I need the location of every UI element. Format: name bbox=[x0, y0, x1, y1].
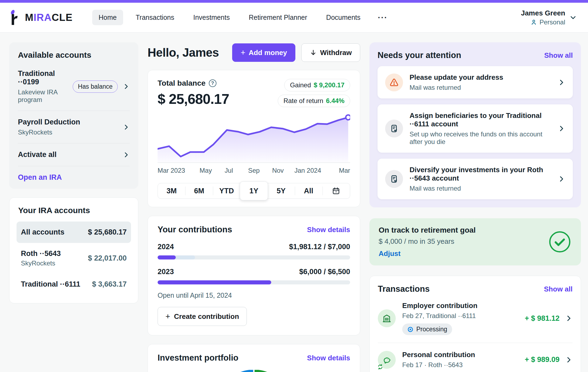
ira-row-subtitle: SkyRockets bbox=[21, 259, 61, 267]
transaction-amount: + $ 989.09 bbox=[525, 355, 560, 364]
ira-row-roth-5643[interactable]: Roth ··5643 SkyRockets $ 22,017.00 bbox=[17, 243, 131, 274]
transaction-row-employer-contribution[interactable]: Employer contribution Feb 27, Traditiona… bbox=[378, 294, 573, 343]
contrib-progressbar-2023 bbox=[158, 280, 350, 284]
range-6m[interactable]: 6M bbox=[185, 183, 213, 198]
x-tick: Nov bbox=[272, 167, 284, 174]
attention-item-subtitle: Mail was returned bbox=[410, 84, 551, 91]
transactions-card: Transactions Show all Employer contribut… bbox=[369, 276, 581, 372]
ira-row-amount: $ 25,680.17 bbox=[88, 228, 127, 236]
ira-accounts-card: Your IRA accounts All accounts $ 25,680.… bbox=[9, 197, 138, 303]
activate-all-item[interactable]: Activate all bbox=[18, 143, 130, 166]
nav-overflow-menu[interactable]: ··· bbox=[373, 10, 392, 25]
range-5y[interactable]: 5Y bbox=[267, 183, 295, 198]
attention-item-assign-beneficiaries[interactable]: Assign beneficiaries to your Traditional… bbox=[378, 104, 573, 153]
nav-item-retirement-planner[interactable]: Retirement Planner bbox=[242, 10, 314, 25]
calendar-icon bbox=[332, 187, 340, 195]
nav-item-home[interactable]: Home bbox=[92, 10, 123, 25]
add-money-button[interactable]: + Add money bbox=[232, 43, 295, 62]
account-item-payroll-deduction[interactable]: Payroll Deduction SkyRockets bbox=[18, 111, 130, 143]
portfolio-show-details-link[interactable]: Show details bbox=[307, 354, 350, 362]
transaction-subtitle: Feb 27, Traditional ··6111 bbox=[402, 312, 518, 320]
profile-type-label: Personal bbox=[539, 18, 565, 26]
portfolio-title: Investment portfolio bbox=[158, 353, 238, 363]
rate-of-return-badge: Rate of return6.44% bbox=[278, 95, 350, 107]
account-item-traditional-0199[interactable]: Traditional ··0199 Lakeview IRA program … bbox=[18, 62, 130, 111]
recurring-icon bbox=[377, 364, 383, 370]
contributions-title: Your contributions bbox=[158, 225, 232, 235]
contrib-year: 2024 bbox=[158, 243, 174, 251]
document-check-icon bbox=[389, 174, 399, 184]
arrow-down-icon bbox=[310, 49, 317, 56]
open-an-ira-link[interactable]: Open an IRA bbox=[18, 166, 130, 182]
brand-logo-mark bbox=[8, 9, 22, 26]
transaction-subtitle: Feb 17 · Roth ··5643 bbox=[402, 361, 518, 369]
brand-accent-bar bbox=[0, 0, 588, 3]
chevron-right-icon bbox=[565, 315, 573, 322]
create-contribution-button[interactable]: + Create contribution bbox=[158, 307, 247, 326]
transaction-title: Personal contribution bbox=[402, 351, 518, 359]
retirement-goal-card: On track to retirement goal $ 4,000 / mo… bbox=[369, 218, 581, 265]
transaction-amount: + $ 981.12 bbox=[525, 314, 560, 323]
goal-title: On track to retirement goal bbox=[379, 226, 476, 235]
contrib-amount: $1,981.12 / $7,000 bbox=[289, 243, 350, 251]
processing-status-badge: Processing bbox=[402, 323, 452, 335]
range-all[interactable]: All bbox=[295, 183, 322, 198]
ira-row-name: Traditional ··6111 bbox=[21, 280, 80, 288]
time-range-selector: 3M 6M YTD 1Y 5Y All bbox=[158, 183, 350, 199]
range-ytd[interactable]: YTD bbox=[213, 183, 240, 198]
nav-item-investments[interactable]: Investments bbox=[187, 10, 236, 25]
attention-item-title: Assign beneficiaries to your Traditional… bbox=[410, 111, 551, 128]
transaction-title: Employer contribution bbox=[402, 302, 518, 310]
goal-adjust-link[interactable]: Adjust bbox=[379, 249, 476, 258]
range-3m[interactable]: 3M bbox=[158, 183, 185, 198]
chart-x-axis: Mar 2023 May Jul Sep Nov Jan 2024 Mar bbox=[158, 167, 350, 175]
x-tick: May bbox=[200, 167, 212, 174]
available-accounts-title: Available accounts bbox=[18, 50, 130, 60]
available-accounts-card: Available accounts Traditional ··0199 La… bbox=[9, 42, 138, 189]
account-switcher[interactable]: James Green Personal bbox=[521, 9, 577, 26]
attention-title: Needs your attention bbox=[378, 50, 461, 60]
top-navbar: MIRACLE Home Transactions Investments Re… bbox=[0, 3, 588, 33]
ira-row-all-accounts[interactable]: All accounts $ 25,680.17 bbox=[17, 222, 131, 243]
processing-target-icon bbox=[407, 326, 414, 333]
brand-wordmark: MIRACLE bbox=[25, 12, 73, 23]
primary-nav: Home Transactions Investments Retirement… bbox=[92, 10, 392, 25]
attention-show-all-link[interactable]: Show all bbox=[544, 51, 573, 60]
account-subtitle: SkyRockets bbox=[18, 129, 80, 136]
x-tick: Sep bbox=[248, 167, 260, 174]
range-custom-date[interactable] bbox=[322, 183, 350, 198]
account-title: Payroll Deduction bbox=[18, 118, 80, 126]
chevron-right-icon bbox=[123, 83, 130, 90]
contrib-year: 2023 bbox=[158, 268, 174, 276]
account-title: Activate all bbox=[18, 150, 57, 159]
x-tick: Mar 2023 bbox=[158, 167, 185, 174]
account-title: Traditional ··0199 bbox=[18, 69, 73, 86]
user-name: James Green bbox=[521, 9, 565, 17]
x-tick: Jan 2024 bbox=[294, 167, 321, 174]
transactions-title: Transactions bbox=[378, 284, 430, 294]
person-icon bbox=[530, 19, 537, 26]
x-tick: Mar bbox=[339, 167, 350, 174]
chevron-right-icon bbox=[558, 125, 565, 132]
donut-svg bbox=[216, 370, 292, 372]
check-circle-icon bbox=[548, 230, 572, 254]
brand-logo[interactable]: MIRACLE bbox=[8, 9, 73, 26]
info-icon[interactable]: ? bbox=[209, 79, 216, 87]
transactions-show-all-link[interactable]: Show all bbox=[544, 285, 573, 293]
attention-item-diversify-investments[interactable]: Diversify your investments in your Roth … bbox=[378, 159, 573, 199]
nav-item-documents[interactable]: Documents bbox=[320, 10, 367, 25]
contrib-progressbar-2024 bbox=[158, 255, 350, 259]
ira-row-traditional-6111[interactable]: Traditional ··6111 $ 3,663.17 bbox=[17, 274, 131, 295]
nav-item-transactions[interactable]: Transactions bbox=[129, 10, 181, 25]
total-balance-amount: $ 25,680.17 bbox=[158, 91, 229, 107]
gained-badge: Gained$ 9,200.17 bbox=[284, 79, 350, 91]
transaction-row-personal-contribution[interactable]: Personal contribution Feb 17 · Roth ··56… bbox=[378, 343, 573, 372]
main-column: Hello, James + Add money Withdraw Total … bbox=[148, 42, 360, 372]
contributions-show-details-link[interactable]: Show details bbox=[307, 226, 350, 234]
attention-item-update-address[interactable]: Please update your address Mail was retu… bbox=[378, 66, 573, 98]
needs-attention-card: Needs your attention Show all Please upd… bbox=[369, 42, 581, 207]
contrib-amount: $6,000 / $6,500 bbox=[299, 268, 350, 276]
investment-portfolio-card: Investment portfolio Show details 6.44% … bbox=[148, 344, 360, 372]
range-1y[interactable]: 1Y bbox=[240, 181, 268, 200]
withdraw-button[interactable]: Withdraw bbox=[301, 43, 360, 62]
